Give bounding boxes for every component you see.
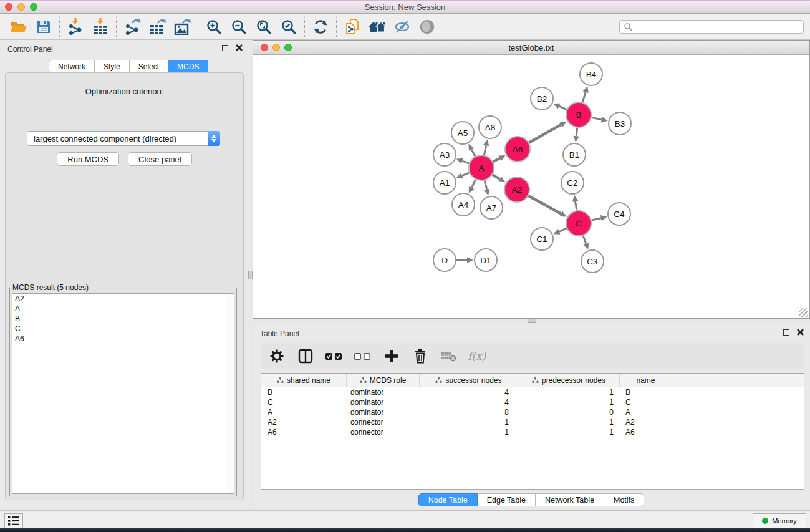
zoom-in-button[interactable] xyxy=(201,16,226,38)
import-network-button[interactable] xyxy=(63,16,88,38)
network-graph: B4B2BB3A5A8A6B1A3AC2A1A2A4A7C4CC1DD1C3 xyxy=(253,55,809,319)
graph-edge[interactable] xyxy=(529,125,561,143)
tab-node-table[interactable]: Node Table xyxy=(418,493,478,506)
close-panel-icon[interactable] xyxy=(236,44,243,51)
tab-motifs[interactable]: Motifs xyxy=(604,493,644,506)
table-cell: connector xyxy=(347,418,420,427)
result-item[interactable]: A2 xyxy=(12,294,234,304)
optimization-criterion-select[interactable]: largest connected component (directed) xyxy=(27,131,220,146)
zoom-fit-icon xyxy=(256,19,272,35)
tab-edge-table[interactable]: Edge Table xyxy=(478,493,536,506)
double-home-icon xyxy=(367,19,387,34)
import-network-icon xyxy=(67,18,84,35)
reset-views-button[interactable] xyxy=(365,16,390,38)
close-panel-button[interactable]: Close panel xyxy=(128,152,192,166)
graph-edge[interactable] xyxy=(559,106,566,109)
toolbar-search xyxy=(619,20,804,34)
result-item[interactable]: B xyxy=(12,314,234,324)
table-settings-button[interactable] xyxy=(267,346,287,366)
graph-edge[interactable] xyxy=(582,92,586,102)
graph-edge[interactable] xyxy=(462,173,470,176)
trash-icon xyxy=(413,349,427,364)
table-cell: connector xyxy=(347,428,420,437)
graph-edge[interactable] xyxy=(591,218,600,221)
tab-select[interactable]: Select xyxy=(130,60,168,73)
table-toolbar: f(x) xyxy=(261,343,804,369)
zoom-out-button[interactable] xyxy=(226,16,251,38)
result-item[interactable]: A xyxy=(12,304,234,314)
mcds-panel-body: Optimization criterion: largest connecte… xyxy=(5,72,244,500)
import-table-button[interactable] xyxy=(88,16,113,38)
graph-edge[interactable] xyxy=(471,180,476,188)
memory-status-icon xyxy=(762,518,768,524)
graph-edge[interactable] xyxy=(576,201,577,211)
float-panel-icon[interactable] xyxy=(783,329,789,336)
delete-column-button[interactable] xyxy=(410,346,430,366)
table-body: Bdominator41BCdominator41CAdominator80AA… xyxy=(261,387,804,437)
graph-edge[interactable] xyxy=(528,196,561,214)
resize-grip[interactable] xyxy=(799,308,808,317)
graph-edge[interactable] xyxy=(485,180,487,190)
refresh-button[interactable] xyxy=(308,16,333,38)
table-cell: C xyxy=(261,398,347,407)
table-row[interactable]: Bdominator41B xyxy=(261,387,804,397)
float-panel-icon[interactable] xyxy=(222,45,228,51)
memory-button[interactable]: Memory xyxy=(753,513,806,528)
show-graphics-details-button[interactable] xyxy=(415,16,440,38)
save-session-button[interactable] xyxy=(31,16,56,38)
open-session-button[interactable] xyxy=(6,16,31,38)
gear-icon xyxy=(269,348,285,364)
table-cell: A6 xyxy=(261,428,347,437)
network-title: testGlobe.txt xyxy=(253,43,809,52)
graph-edge[interactable] xyxy=(576,128,577,136)
tab-mcds[interactable]: MCDS xyxy=(168,60,208,73)
horizontal-scroll-thumb[interactable] xyxy=(528,319,536,323)
zoom-fit-button[interactable] xyxy=(251,16,276,38)
tab-network[interactable]: Network xyxy=(49,60,95,73)
result-item[interactable]: A6 xyxy=(12,334,234,344)
deselect-all-button[interactable] xyxy=(353,346,373,366)
tab-network-table[interactable]: Network Table xyxy=(536,493,604,506)
result-scrollbar[interactable] xyxy=(226,294,234,493)
result-item[interactable]: C xyxy=(12,324,234,334)
table-row[interactable]: A2connector11A2 xyxy=(261,417,804,427)
graph-edge[interactable] xyxy=(471,149,475,156)
column-header-successor-nodes[interactable]: successor nodes xyxy=(420,374,518,387)
graph-edge[interactable] xyxy=(484,145,486,155)
column-header-mcds-role[interactable]: MCDS role xyxy=(347,374,420,387)
column-view-button[interactable] xyxy=(296,346,316,366)
tab-style[interactable]: Style xyxy=(95,60,130,73)
table-row[interactable]: Cdominator41C xyxy=(261,397,804,407)
export-image-button[interactable] xyxy=(170,16,195,38)
run-mcds-button[interactable]: Run MCDS xyxy=(57,152,119,166)
export-table-button[interactable] xyxy=(145,16,170,38)
network-canvas[interactable]: B4B2BB3A5A8A6B1A3AC2A1A2A4A7C4CC1DD1C3 xyxy=(253,55,809,318)
export-network-button[interactable] xyxy=(120,16,145,38)
graph-edge[interactable] xyxy=(559,228,567,231)
vertical-scroll-thumb[interactable] xyxy=(248,271,253,279)
graph-edge[interactable] xyxy=(493,175,500,179)
network-window-titlebar[interactable]: testGlobe.txt xyxy=(253,41,809,55)
select-all-button[interactable] xyxy=(324,346,344,366)
tree-sort-icon xyxy=(532,377,539,384)
graph-node-label: D1 xyxy=(480,256,491,265)
close-panel-icon[interactable] xyxy=(797,329,804,336)
graph-edge[interactable] xyxy=(592,117,602,119)
table-row[interactable]: Adominator80A xyxy=(261,407,804,417)
zoom-selected-button[interactable] xyxy=(276,16,301,38)
task-history-button[interactable] xyxy=(4,513,23,528)
add-column-button[interactable] xyxy=(382,346,402,366)
eye-sphere-icon xyxy=(419,19,435,35)
clone-view-icon xyxy=(344,18,360,36)
search-input[interactable] xyxy=(635,22,799,31)
column-header-name[interactable]: name xyxy=(620,374,672,387)
column-header-predecessor-nodes[interactable]: predecessor nodes xyxy=(518,374,620,387)
dropdown-stepper-icon xyxy=(208,131,220,146)
column-header-shared-name[interactable]: shared name xyxy=(261,374,347,387)
graph-edge[interactable] xyxy=(462,161,469,163)
graph-edge[interactable] xyxy=(583,236,586,244)
graph-edge[interactable] xyxy=(493,158,500,162)
hide-graphics-details-button[interactable] xyxy=(390,16,415,38)
table-row[interactable]: A6connector11A6 xyxy=(261,427,804,437)
clone-network-view-button[interactable] xyxy=(340,16,365,38)
